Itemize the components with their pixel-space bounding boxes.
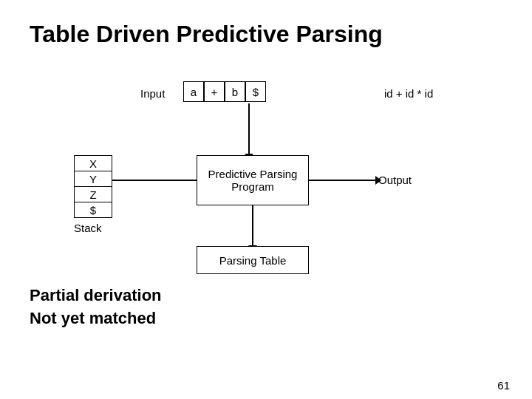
stack-box: X Y Z $	[74, 155, 112, 217]
id-expression-label: id + id * id	[384, 87, 433, 100]
page-number: 61	[497, 379, 510, 392]
bottom-text: Partial derivation Not yet matched	[30, 284, 162, 330]
stack-cell-z: Z	[74, 186, 112, 202]
tape-cell-a: a	[183, 81, 204, 102]
page-title: Table Driven Predictive Parsing	[30, 21, 383, 48]
bottom-line2: Not yet matched	[30, 307, 162, 330]
stack-cell-dollar: $	[74, 202, 112, 218]
tape-cell-plus: +	[204, 81, 225, 102]
input-label: Input	[140, 87, 165, 100]
tape-cell-dollar: $	[245, 81, 266, 102]
stack-cell-y: Y	[74, 171, 112, 187]
parsing-table-label: Parsing Table	[219, 254, 287, 267]
output-label: Output	[378, 174, 412, 186]
ppp-label: Predictive ParsingProgram	[208, 168, 298, 193]
arrow-stack-to-ppp	[112, 180, 197, 181]
stack-cell-x: X	[74, 155, 112, 171]
arrow-ppp-to-output	[309, 180, 375, 181]
stack-label: Stack	[74, 222, 102, 234]
ppp-box: Predictive ParsingProgram	[197, 155, 309, 205]
bottom-line1: Partial derivation	[30, 284, 162, 307]
arrow-ppp-to-table	[252, 205, 253, 245]
tape-cell-b: b	[225, 81, 245, 102]
input-tape: a + b $	[183, 81, 266, 102]
parsing-table-box: Parsing Table	[197, 246, 309, 274]
arrow-input-to-ppp	[248, 103, 250, 154]
